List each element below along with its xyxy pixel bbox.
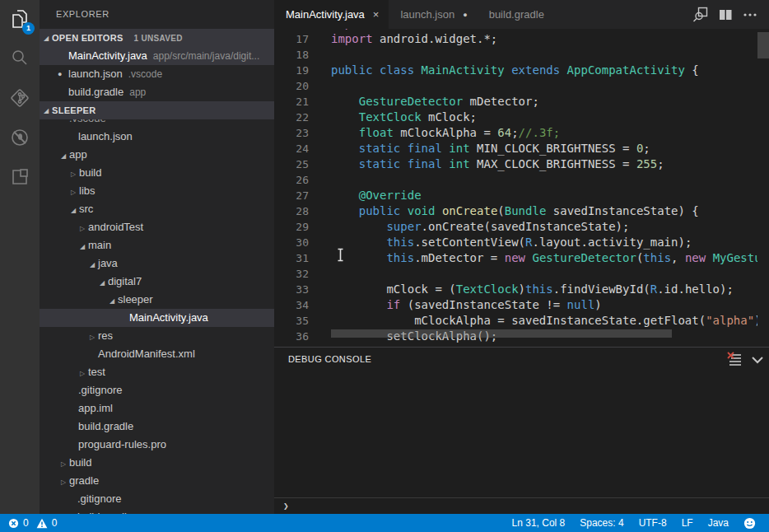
tree-item-androidtest[interactable]: ▷androidTest <box>40 218 274 236</box>
panel-tab-debug-console[interactable]: DEBUG CONSOLE <box>274 354 371 365</box>
tree-item-app-iml[interactable]: app.iml <box>40 399 274 418</box>
code-line-28: 28 public void onCreate(Bundle savedInst… <box>274 203 757 219</box>
line-number: 25 <box>274 156 309 172</box>
code-line-22: 22 TextClock mClock; <box>274 110 757 125</box>
clear-console-icon[interactable] <box>723 348 746 371</box>
line-number: 33 <box>274 282 309 297</box>
indentation-setting[interactable]: Spaces: 4 <box>580 517 623 529</box>
close-icon[interactable]: × <box>373 8 380 21</box>
vertical-scrollbar[interactable] <box>757 32 769 58</box>
tree-item-main[interactable]: ◢main <box>40 236 274 254</box>
code-editor[interactable]: 16import android.view.*;17import android… <box>274 29 769 347</box>
activity-item-debug[interactable] <box>0 119 40 158</box>
tree-item-build-gradle[interactable]: build.gradle <box>40 508 274 514</box>
open-editor-item[interactable]: MainActivity.javaapp/src/main/java/digit… <box>40 47 274 65</box>
tree-item-build[interactable]: ▷build <box>40 164 274 182</box>
activity-item-search[interactable] <box>0 40 40 79</box>
code-line-25: 25 static final int MAX_CLOCK_BRIGHTNESS… <box>274 156 757 172</box>
line-number: 36 <box>274 329 309 344</box>
code-line-20: 20 <box>274 78 757 94</box>
tree-item-partial[interactable]: .vscode <box>40 119 274 128</box>
code-line-19: 19public class MainActivity extends AppC… <box>274 63 757 78</box>
tree-item-label: AndroidManifest.xml <box>98 348 195 360</box>
tab-label: launch.json <box>400 8 454 21</box>
problems-indicator[interactable]: 0 0 <box>0 517 60 529</box>
status-bar: 0 0 Ln 31, Col 8 Spaces: 4 UTF-8 LF Java <box>0 514 769 532</box>
code-text: this.setContentView(R.layout.activity_ma… <box>331 235 692 250</box>
tree-item-label: test <box>88 366 105 378</box>
git-branch-icon <box>9 87 30 111</box>
open-editor-file-path: app/src/main/java/digit... <box>153 50 259 62</box>
tree-item--gitignore[interactable]: .gitignore <box>40 490 274 508</box>
tree-item-mainactivity-java[interactable]: MainActivity.java <box>40 309 274 327</box>
open-editor-item[interactable]: build.gradleapp <box>40 83 274 101</box>
code-text: public class MainActivity extends AppCom… <box>331 63 699 78</box>
tree-item-label: libs <box>79 184 96 197</box>
feedback-smiley-icon[interactable] <box>743 517 756 530</box>
activity-item-explorer[interactable]: 1 <box>0 0 40 40</box>
more-actions-icon[interactable] <box>738 0 762 29</box>
open-preview-icon[interactable] <box>688 0 713 29</box>
eol-setting[interactable]: LF <box>682 517 693 529</box>
open-editors-list: MainActivity.javaapp/src/main/java/digit… <box>40 47 274 101</box>
open-editor-item[interactable]: ●launch.json.vscode <box>40 65 274 83</box>
close-panel-chevron-icon[interactable] <box>746 348 769 371</box>
tree-item-src[interactable]: ◢src <box>40 200 274 218</box>
tree-item-test[interactable]: ▷test <box>40 363 274 381</box>
prompt-chevron-icon: ❯ <box>274 501 289 511</box>
explorer-sidebar: EXPLORER ◢ OPEN EDITORS 1 UNSAVED MainAc… <box>40 0 274 514</box>
code-text: TextClock mClock; <box>331 110 477 125</box>
tree-item-build[interactable]: ▷build <box>40 454 274 472</box>
editor-tab-launch-json[interactable]: launch.json● <box>389 0 477 29</box>
code-text: mClock = (TextClock)this.findViewById(R.… <box>331 282 734 297</box>
tree-item-label: java <box>98 257 118 269</box>
chevron-expanded-icon: ◢ <box>100 274 108 292</box>
tree-item-launch-json[interactable]: launch.json <box>40 128 274 146</box>
line-number: 21 <box>274 94 309 110</box>
tree-item--gitignore[interactable]: .gitignore <box>40 381 274 399</box>
line-number: 17 <box>274 31 309 47</box>
tree-item-label: app <box>69 148 87 161</box>
code-text: import android.widget.*; <box>331 31 497 47</box>
tree-item-androidmanifest-xml[interactable]: AndroidManifest.xml <box>40 345 274 363</box>
code-line-23: 23 float mClockAlpha = 64;//.3f; <box>274 125 757 141</box>
open-editors-section-header[interactable]: ◢ OPEN EDITORS 1 UNSAVED <box>40 29 274 47</box>
tree-item-build-gradle[interactable]: build.gradle <box>40 418 274 436</box>
code-lines: 16import android.view.*;17import android… <box>274 29 757 344</box>
tab-label: MainActivity.java <box>286 8 365 21</box>
tree-item-res[interactable]: ▷res <box>40 327 274 345</box>
line-number: 27 <box>274 188 309 203</box>
line-number: 35 <box>274 313 309 329</box>
horizontal-scrollbar[interactable] <box>331 329 672 338</box>
code-line-33: 33 mClock = (TextClock)this.findViewById… <box>274 282 757 297</box>
tree-item-sleeper[interactable]: ◢sleeper <box>40 291 274 309</box>
vertical-scrollbar-track[interactable] <box>757 29 769 347</box>
debug-console-input[interactable]: ❯ <box>274 497 769 514</box>
chevron-collapsed-icon: ▷ <box>61 455 69 474</box>
tree-item-label: proguard-rules.pro <box>78 438 166 450</box>
code-text: float mClockAlpha = 64;//.3f; <box>331 125 560 141</box>
tree-item-digital7[interactable]: ◢digital7 <box>40 273 274 291</box>
editor-tab-mainactivity-java[interactable]: MainActivity.java× <box>274 0 389 29</box>
file-tree: launch.json◢app▷build▷libs◢src▷androidTe… <box>40 128 274 514</box>
tab-label: build.gradle <box>489 8 544 21</box>
tree-item-label: launch.json <box>78 130 133 142</box>
language-mode[interactable]: Java <box>708 517 729 529</box>
line-number: 22 <box>274 110 309 125</box>
chevron-collapsed-icon: ▷ <box>80 365 88 383</box>
tree-item-libs[interactable]: ▷libs <box>40 182 274 200</box>
tree-item-proguard-rules-pro[interactable]: proguard-rules.pro <box>40 436 274 454</box>
tree-item-gradle[interactable]: ▷gradle <box>40 472 274 490</box>
editor-tab-build-gradle[interactable]: build.gradle <box>478 0 554 29</box>
chevron-expanded-icon: ◢ <box>61 147 69 166</box>
line-number: 26 <box>274 172 309 188</box>
activity-item-source-control[interactable] <box>0 79 40 119</box>
cursor-position[interactable]: Ln 31, Col 8 <box>512 517 566 529</box>
dirty-dot-icon: ● <box>463 11 467 19</box>
tree-item-app[interactable]: ◢app <box>40 146 274 164</box>
split-editor-icon[interactable] <box>713 0 738 29</box>
folder-section-header[interactable]: ◢ SLEEPER <box>40 101 274 119</box>
activity-item-extensions[interactable] <box>0 158 40 198</box>
tree-item-java[interactable]: ◢java <box>40 254 274 273</box>
encoding-setting[interactable]: UTF-8 <box>639 517 667 529</box>
